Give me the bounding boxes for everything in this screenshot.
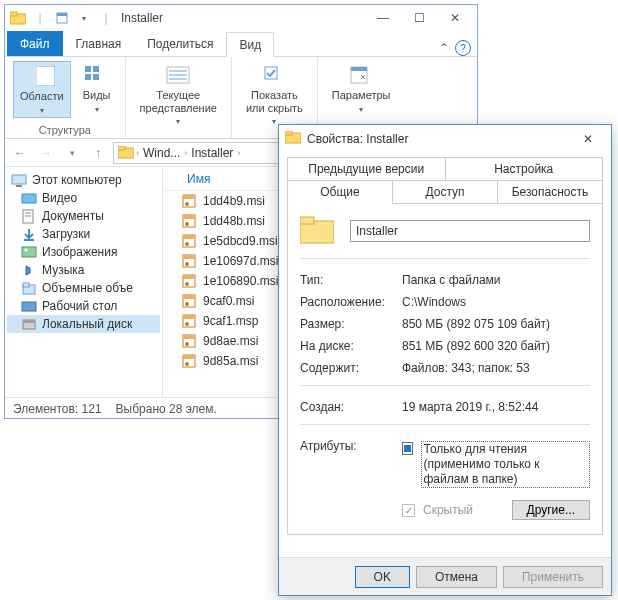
cancel-button[interactable]: Отмена [416,566,497,588]
help-icon[interactable]: ? [455,40,471,56]
options-icon [347,63,375,87]
msi-icon [181,273,197,289]
tree-item-label: Локальный диск [42,317,132,331]
breadcrumb[interactable]: Installer [189,146,235,160]
tree-item[interactable]: Локальный диск [7,315,160,333]
tab-previous-versions[interactable]: Предыдущие версии [287,157,446,181]
chevron-down-icon: ▾ [40,106,44,115]
svg-point-56 [185,342,189,346]
tree-item[interactable]: Музыка [7,261,160,279]
qat-sep: | [31,9,49,27]
value-type: Папка с файлами [402,273,590,287]
svg-rect-34 [183,195,195,199]
window-title: Installer [121,11,163,25]
svg-point-41 [185,242,189,246]
file-name: 9d85a.msi [203,354,258,368]
svg-point-47 [185,282,189,286]
svg-rect-46 [183,275,195,279]
up-button[interactable]: ↑ [87,142,109,164]
qat-down-icon[interactable]: ▾ [75,9,93,27]
tree-item[interactable]: Рабочий стол [7,297,160,315]
label-hidden: Скрытый [423,503,473,518]
chevron-right-icon[interactable]: › [237,148,240,158]
msi-icon [181,293,197,309]
label-ondisk: На диске: [300,339,402,353]
checkbox-hidden [402,504,415,517]
close-button[interactable]: ✕ [437,7,473,29]
file-name: 9caf1.msp [203,314,258,328]
svg-rect-55 [183,335,195,339]
chevron-down-icon: ▾ [272,117,276,126]
file-name: 1dd48b.msi [203,214,265,228]
ribbon-panes[interactable]: Области ▾ [13,61,71,118]
svg-rect-16 [351,67,367,71]
chevron-down-icon: ▾ [95,105,99,114]
chevron-down-icon: ▾ [176,117,180,126]
ribbon-show-hide[interactable]: Показать или скрыть ▾ [240,61,309,128]
label-type: Тип: [300,273,402,287]
tree-item-icon [21,263,37,277]
recent-button[interactable]: ▾ [61,142,83,164]
minimize-button[interactable]: — [365,7,401,29]
explorer-titlebar[interactable]: | ▾ | Installer — ☐ ✕ [5,5,477,31]
close-button[interactable]: ✕ [571,129,605,149]
tree-item-label: Объемные объе [42,281,133,295]
tree-item[interactable]: Документы [7,207,160,225]
file-name: 9caf0.msi [203,294,254,308]
tree-item[interactable]: Загрузки [7,225,160,243]
ribbon-options[interactable]: Параметры ▾ [326,61,397,116]
tree-item-label: Документы [42,209,104,223]
forward-button[interactable]: → [35,142,57,164]
folder-icon [118,146,134,159]
svg-rect-26 [22,247,36,257]
tab-home[interactable]: Главная [63,31,135,56]
ribbon-collapse-icon[interactable]: ⌃ [439,41,449,55]
tree-item-icon [21,245,37,259]
ribbon-current-view[interactable]: Текущее представление ▾ [134,61,223,128]
ribbon-views[interactable]: Виды ▾ [77,61,117,118]
properties-dialog: Свойства: Installer ✕ Предыдущие версии … [278,124,612,596]
checkbox-readonly[interactable] [402,442,413,455]
back-button[interactable]: ← [9,142,31,164]
breadcrumb[interactable]: Wind... [141,146,182,160]
tree-label: Этот компьютер [32,173,122,187]
pc-icon [11,173,27,187]
nav-tree[interactable]: Этот компьютер ВидеоДокументыЗагрузкиИзо… [5,167,163,397]
qat-properties-icon[interactable] [53,9,71,27]
tree-item[interactable]: Объемные объе [7,279,160,297]
tab-sharing[interactable]: Доступ [393,180,498,204]
folder-name-input[interactable] [350,220,590,242]
file-name: 1e5dbcd9.msi [203,234,278,248]
file-name: 9d8ae.msi [203,334,258,348]
maximize-button[interactable]: ☐ [401,7,437,29]
other-attributes-button[interactable]: Другие... [512,500,590,520]
label-contains: Содержит: [300,361,402,375]
svg-rect-7 [93,66,99,72]
chevron-right-icon[interactable]: › [184,148,187,158]
tree-this-pc[interactable]: Этот компьютер [7,171,160,189]
label-readonly: Только для чтения(применимо только к фай… [421,441,591,488]
tree-item[interactable]: Видео [7,189,160,207]
tab-file[interactable]: Файл [7,31,63,56]
ok-button[interactable]: OK [355,566,410,588]
tab-security[interactable]: Безопасность [498,180,603,204]
svg-rect-21 [22,194,36,203]
tree-item-icon [21,317,37,331]
apply-button[interactable]: Применить [503,566,603,588]
dialog-titlebar[interactable]: Свойства: Installer ✕ [279,125,611,153]
svg-rect-61 [285,131,292,135]
qat-sep2: | [97,9,115,27]
svg-point-38 [185,222,189,226]
tab-customize[interactable]: Настройка [446,157,604,181]
chevron-right-icon[interactable]: › [136,148,139,158]
chevron-down-icon: ▾ [359,105,363,114]
file-name: 1e106890.msi [203,274,278,288]
msi-icon [181,253,197,269]
label-attributes: Атрибуты: [300,439,402,453]
tab-general-content: Тип:Папка с файлами Расположение:C:\Wind… [287,204,603,535]
tab-general[interactable]: Общие [287,180,393,204]
tree-item-label: Музыка [42,263,84,277]
tab-view[interactable]: Вид [226,32,274,57]
tab-share[interactable]: Поделиться [134,31,226,56]
tree-item[interactable]: Изображения [7,243,160,261]
